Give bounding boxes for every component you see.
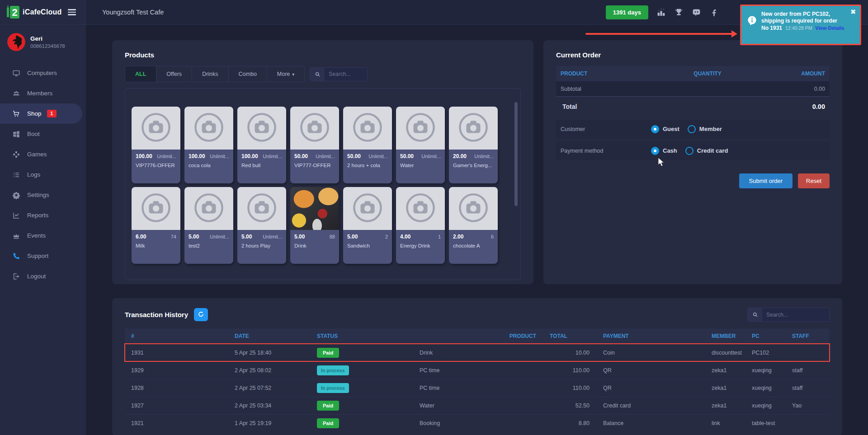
sidebar-item[interactable]: Shop 1: [0, 103, 82, 124]
sidebar-item[interactable]: Logs: [0, 164, 82, 185]
product-card[interactable]: 20.00 Unlimit... Gamer's Energ...: [449, 107, 498, 183]
cell-pc: xueqing: [745, 397, 786, 414]
cell-payment: QR: [597, 379, 705, 397]
sidebar-item[interactable]: Logout: [0, 266, 82, 286]
category-tab[interactable]: Drinks: [192, 66, 228, 82]
product-card[interactable]: 5.00 Unlimit... 2 hours Play: [237, 187, 286, 264]
transactions-search-input[interactable]: [762, 308, 829, 321]
cell-product: Drink: [413, 344, 543, 361]
sidebar-item-label: Events: [27, 232, 46, 239]
product-card[interactable]: 100.00 Unlimit... Red bull: [237, 107, 286, 183]
product-card[interactable]: 50.00 Unlimit... Water: [396, 107, 445, 183]
order-total-row: Total 0.00: [556, 97, 830, 117]
mouse-cursor: [658, 157, 667, 169]
topbar-icon[interactable]: [674, 8, 684, 17]
sidebar-item[interactable]: Support: [0, 246, 82, 266]
payment-radio-option[interactable]: Credit card: [685, 147, 728, 155]
category-tab[interactable]: More ▾: [267, 66, 305, 82]
transaction-row[interactable]: 1921 1 Apr 25 19:19 Paid Booking 8.80 Ba…: [125, 414, 830, 432]
refresh-button[interactable]: [194, 308, 208, 321]
product-card[interactable]: 50.00 Unlimit... VIP777-OFFER: [290, 107, 339, 183]
sidebar-item[interactable]: Events: [0, 225, 82, 246]
customer-radio-option[interactable]: Member: [688, 125, 722, 133]
cell-staff: [786, 344, 830, 361]
cell-total: 52.50: [543, 397, 597, 414]
status-badge: Paid: [317, 348, 339, 358]
sidebar-item-icon: [12, 252, 20, 260]
sidebar-item[interactable]: Boot: [0, 124, 82, 144]
toast-message-line1: New order from PC PC102,: [761, 11, 844, 18]
product-category-tabs: ALL Offers Drinks: [125, 66, 305, 82]
product-price: 50.00: [400, 153, 414, 159]
sidebar-item[interactable]: Reports: [0, 205, 82, 225]
transaction-row[interactable]: 1931 5 Apr 25 18:40 Paid Drink 10.00 Coi…: [125, 344, 830, 361]
product-name: Gamer's Energ...: [453, 163, 494, 168]
submit-order-button[interactable]: Submit order: [739, 173, 793, 188]
transactions-column-header: STAFF: [786, 328, 830, 344]
cell-total: 110.00: [543, 361, 597, 379]
sidebar-item[interactable]: Computers: [0, 63, 82, 83]
product-card[interactable]: 6.00 74 Milk: [132, 187, 180, 264]
transaction-history-title: Transaction History: [125, 311, 188, 318]
topbar-icon[interactable]: [692, 8, 701, 17]
product-card[interactable]: 100.00 Unlimit... VIP7776-OFFER: [132, 107, 180, 183]
customer-options: Guest Member: [651, 125, 722, 133]
search-icon[interactable]: [310, 68, 325, 81]
product-name: 2 hours + cola: [347, 163, 388, 168]
product-name: VIP777-OFFER: [294, 163, 335, 168]
hamburger-menu-icon[interactable]: [68, 8, 76, 17]
transactions-header-row: #DATESTATUSPRODUCTTOTALPAYMENTMEMBERPCST…: [125, 328, 830, 344]
product-card[interactable]: 5.00 88 Drink: [290, 187, 339, 264]
camera-placeholder-icon: [351, 111, 384, 146]
product-stock: 74: [171, 234, 176, 239]
radio-icon[interactable]: [651, 125, 659, 133]
products-panel: Products ALL Offers: [112, 40, 533, 284]
reset-button[interactable]: Reset: [798, 173, 830, 188]
product-card[interactable]: 100.00 Unlimit... coca cola: [184, 107, 233, 183]
product-image: [343, 107, 392, 150]
product-price: 100.00: [189, 153, 205, 159]
transaction-row[interactable]: 1928 2 Apr 25 07:52 In process PC time 1…: [125, 379, 830, 397]
close-icon[interactable]: ✖: [850, 9, 856, 15]
category-tab[interactable]: Offers: [156, 66, 192, 82]
transaction-row[interactable]: 1927 2 Apr 25 03:34 Paid Water 52.50 Cre…: [125, 397, 830, 414]
transaction-history-panel: Transaction History #DATESTATUSPRODUCTTO…: [112, 298, 842, 435]
radio-icon[interactable]: [688, 125, 696, 133]
topbar-icon[interactable]: [656, 8, 666, 17]
product-card[interactable]: 50.00 Unlimit... 2 hours + cola: [343, 107, 392, 183]
category-tab[interactable]: Combo: [229, 66, 267, 82]
transactions-body: 1931 5 Apr 25 18:40 Paid Drink 10.00 Coi…: [125, 344, 830, 432]
sidebar-item-icon: [12, 191, 20, 199]
radio-icon[interactable]: [651, 147, 659, 155]
view-details-link[interactable]: View Details: [816, 25, 844, 31]
product-card[interactable]: 4.00 1 Energy Drink: [396, 187, 445, 264]
cell-id: 1927: [125, 397, 228, 414]
sidebar-item[interactable]: Settings: [0, 185, 82, 205]
products-grid: 100.00 Unlimit... VIP7776-OFFER: [132, 107, 520, 264]
cell-staff: Yao: [786, 397, 830, 414]
sidebar-item[interactable]: Members: [0, 83, 82, 103]
topbar-icon[interactable]: [709, 8, 719, 17]
subscription-days-badge[interactable]: 1391 days: [606, 5, 648, 19]
payment-radio-option[interactable]: Cash: [651, 147, 677, 155]
user-profile[interactable]: Geri 008612345678: [0, 33, 86, 51]
sidebar-item[interactable]: Games: [0, 144, 82, 164]
status-badge: Paid: [317, 418, 339, 428]
products-search-input[interactable]: [325, 68, 367, 81]
product-card[interactable]: 2.00 6 chocolate A: [449, 187, 498, 264]
order-col-quantity: QUANTITY: [640, 70, 775, 77]
product-stock: Unlimit...: [316, 154, 335, 159]
products-scrollbar[interactable]: [514, 102, 518, 206]
category-tab[interactable]: ALL: [125, 66, 156, 82]
transaction-row[interactable]: 1929 2 Apr 25 08:02 In process PC time 1…: [125, 361, 830, 379]
product-card[interactable]: 5.00 2 Sandwich: [343, 187, 392, 264]
cell-total: 8.80: [543, 414, 597, 432]
radio-icon[interactable]: [685, 147, 693, 155]
search-icon[interactable]: [748, 308, 762, 321]
product-card[interactable]: 5.00 Unlimit... test2: [184, 187, 233, 264]
customer-radio-option[interactable]: Guest: [651, 125, 679, 133]
cell-total: 110.00: [543, 379, 597, 397]
product-image: [184, 187, 233, 230]
camera-placeholder-icon: [139, 191, 173, 226]
transactions-column-header: PC: [745, 328, 786, 344]
